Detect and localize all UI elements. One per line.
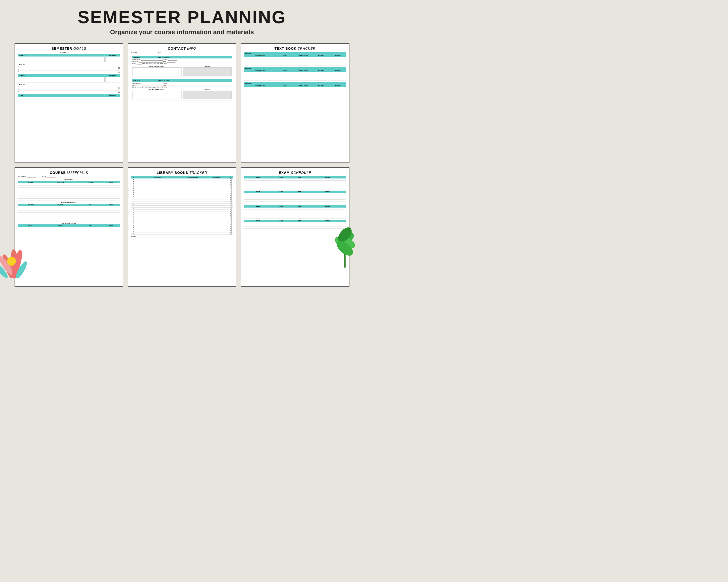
goal-3-header: GOAL - 3 REWARD bbox=[18, 94, 120, 97]
lib-row-5-check bbox=[228, 186, 233, 188]
lib-row-24-title bbox=[136, 223, 180, 225]
tb-col-books: BOOKS NEEDED bbox=[244, 55, 277, 56]
or-col-for: FOR bbox=[77, 204, 103, 206]
goal-1-bar: GOAL - 1 bbox=[18, 54, 105, 56]
lib-row-13-check bbox=[228, 202, 233, 203]
lib-row-3-num: 3 bbox=[131, 182, 136, 184]
om-col-store: STORE bbox=[44, 225, 77, 226]
lib-row-16-title bbox=[136, 207, 180, 209]
tb-row-1-2 bbox=[244, 59, 346, 61]
exam-s3-row-4 bbox=[244, 214, 346, 216]
lib-row-28-num: 28 bbox=[131, 231, 136, 232]
lib-row-6-check bbox=[228, 188, 233, 190]
lib-row-28-check bbox=[228, 231, 233, 232]
goal-3-section: GOAL - 3 REWARD bbox=[18, 94, 120, 97]
cm-or-row-7 bbox=[18, 219, 120, 221]
lib-row-4-num: 4 bbox=[131, 184, 136, 186]
lib-row-23: 23 bbox=[131, 221, 233, 223]
lib-row-25-check bbox=[228, 225, 233, 227]
cm-or-row-4 bbox=[18, 213, 120, 215]
lib-row-13-title bbox=[136, 202, 180, 203]
lib-row-13-return bbox=[206, 202, 228, 203]
notes-box-1 bbox=[183, 67, 232, 76]
cm-semester-line: SEMESTER: ___________ YEAR: ___________ bbox=[18, 176, 120, 177]
tb-col-headers-1: BOOKS NEEDED PRICE ORDERED (Y/N) DUE DAT… bbox=[244, 54, 346, 57]
lib-row-7-borrowed bbox=[180, 190, 206, 192]
subject-2-exam-notes: MAJOR EXAM DATES NOTES bbox=[132, 89, 232, 99]
lib-row-12-return bbox=[206, 200, 228, 201]
tb-col-headers-3: BOOKS NEEDED PRICE ORDERED (Y/N) DUE DAT… bbox=[244, 84, 346, 87]
tb-row-2-4 bbox=[244, 78, 346, 81]
lib-row-19-borrowed bbox=[180, 213, 206, 215]
lib-row-27-num: 27 bbox=[131, 229, 136, 231]
lib-row-21: 21 bbox=[131, 217, 233, 219]
subject-1-instructor: INSTRUCTOR: ____________________________… bbox=[132, 59, 232, 61]
lib-row-22-num: 22 bbox=[131, 219, 136, 221]
goal-2-main bbox=[18, 77, 105, 83]
lib-row-16: 16 bbox=[131, 207, 233, 210]
textbooks-section-label: TEXTBOOKS bbox=[18, 179, 120, 181]
goal-2-header: GOAL - 2 REWARD bbox=[18, 74, 120, 77]
tb-row-2-3 bbox=[244, 76, 346, 78]
flower-decoration-right bbox=[328, 223, 364, 276]
lib-row-21-return bbox=[206, 217, 228, 219]
library-title-italic: TRACKER bbox=[189, 171, 207, 175]
lib-row-28-title bbox=[136, 231, 180, 232]
lib-row-14: 14 bbox=[131, 204, 233, 206]
tb-col-headers-2: BOOKS NEEDED PRICE ORDERED (Y/N) DUE DAT… bbox=[244, 70, 346, 72]
cards-grid: SEMESTER GOALS SEMESTER: ___________ GOA… bbox=[0, 39, 364, 291]
lib-row-20-return bbox=[206, 215, 228, 217]
lib-row-20-borrowed bbox=[180, 215, 206, 217]
tb-row-3-2 bbox=[244, 89, 346, 91]
exam-col-headers-1: EXAM DATE TIME NOTES bbox=[244, 176, 346, 178]
lib-row-28-borrowed bbox=[180, 231, 206, 232]
online-section-label: ONLINE RESOURCES bbox=[18, 202, 120, 203]
tb-row-1-1 bbox=[244, 57, 346, 59]
contact-year-label: YEAR: ___________ bbox=[158, 52, 172, 53]
lib-row-6-title bbox=[136, 188, 180, 190]
lib-row-6-return bbox=[206, 188, 228, 190]
lib-row-25-return bbox=[206, 225, 228, 227]
reward-1-box bbox=[105, 57, 120, 62]
subject-2-contact: CONTACT: _______________________________… bbox=[132, 84, 232, 86]
lib-row-11-check bbox=[228, 198, 233, 200]
lib-row-29-return bbox=[206, 233, 228, 234]
exam-card-title: EXAM SCHEDULE bbox=[244, 171, 346, 175]
lib-row-3-title bbox=[136, 182, 180, 184]
lib-row-22-title bbox=[136, 219, 180, 221]
lib-row-16-check bbox=[228, 207, 233, 209]
subject-2-header: SUBJECT: _____________________ OFFICE HO… bbox=[132, 79, 232, 82]
exam-section-2: EXAM DATE TIME NOTES bbox=[244, 191, 346, 204]
cm-or-row-3 bbox=[18, 211, 120, 213]
lib-row-27-borrowed bbox=[180, 229, 206, 231]
lib-row-12-borrowed bbox=[180, 200, 206, 201]
contact-title-italic: INFO bbox=[187, 47, 196, 51]
lib-row-4-return bbox=[206, 184, 228, 186]
tb-row-2-1 bbox=[244, 72, 346, 74]
goal-1-header: GOAL - 1 REWARD bbox=[18, 54, 120, 56]
exam-s3-row-3 bbox=[244, 212, 346, 214]
lib-row-18-borrowed bbox=[180, 212, 206, 213]
exam-col-time: TIME bbox=[290, 176, 309, 178]
exam-col-exam: EXAM bbox=[244, 176, 272, 178]
lib-row-25: 25 bbox=[131, 225, 233, 227]
exam-box-1 bbox=[132, 67, 182, 76]
lib-row-27-return bbox=[206, 229, 228, 231]
lib-row-20-check bbox=[228, 215, 233, 217]
will-do-2-item-3: 3. bbox=[18, 91, 120, 93]
lib-row-21-borrowed bbox=[180, 217, 206, 219]
exam-col-time-3: TIME bbox=[290, 206, 309, 207]
will-do-1-label: I WILL DO: bbox=[18, 64, 120, 65]
lib-row-1: 1 bbox=[131, 178, 233, 181]
lib-row-23-borrowed bbox=[180, 221, 206, 223]
cm-col-subject: SUBJECT bbox=[18, 182, 44, 183]
lib-row-21-title bbox=[136, 217, 180, 219]
lib-row-18-title bbox=[136, 212, 180, 213]
exam-col-notes: NOTES bbox=[309, 176, 346, 178]
exam-col-exam-3: EXAM bbox=[244, 206, 272, 207]
svg-point-4 bbox=[7, 257, 16, 266]
course-materials-title: COURSE MATERIALS bbox=[18, 171, 120, 175]
tb-row-1-3 bbox=[244, 61, 346, 63]
subject-1-contact: CONTACT: _______________________________… bbox=[132, 61, 232, 63]
goal-2-bar: GOAL - 2 bbox=[18, 74, 105, 77]
